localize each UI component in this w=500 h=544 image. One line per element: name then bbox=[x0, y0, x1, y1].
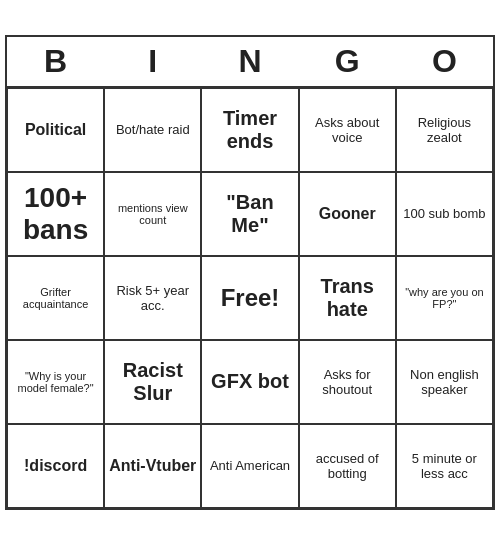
letter-b: B bbox=[7, 43, 104, 80]
bingo-cell-8: Gooner bbox=[299, 172, 396, 256]
bingo-cell-6: mentions view count bbox=[104, 172, 201, 256]
bingo-cell-0: Political bbox=[7, 88, 104, 172]
bingo-cell-5: 100+ bans bbox=[7, 172, 104, 256]
letter-g: G bbox=[299, 43, 396, 80]
letter-i: I bbox=[104, 43, 201, 80]
bingo-cell-24: 5 minute or less acc bbox=[396, 424, 493, 508]
letter-n: N bbox=[201, 43, 298, 80]
bingo-cell-13: Trans hate bbox=[299, 256, 396, 340]
bingo-cell-2: Timer ends bbox=[201, 88, 298, 172]
letter-o: O bbox=[396, 43, 493, 80]
bingo-cell-22: Anti American bbox=[201, 424, 298, 508]
bingo-cell-3: Asks about voice bbox=[299, 88, 396, 172]
bingo-cell-11: Risk 5+ year acc. bbox=[104, 256, 201, 340]
bingo-cell-9: 100 sub bomb bbox=[396, 172, 493, 256]
bingo-grid: PoliticalBot/hate raidTimer endsAsks abo… bbox=[7, 88, 493, 508]
bingo-cell-23: accused of botting bbox=[299, 424, 396, 508]
bingo-cell-10: Grifter acquaintance bbox=[7, 256, 104, 340]
bingo-header: B I N G O bbox=[7, 37, 493, 88]
bingo-cell-14: "why are you on FP?" bbox=[396, 256, 493, 340]
bingo-cell-17: GFX bot bbox=[201, 340, 298, 424]
bingo-cell-19: Non english speaker bbox=[396, 340, 493, 424]
bingo-cell-7: "Ban Me" bbox=[201, 172, 298, 256]
bingo-cell-15: "Why is your model female?" bbox=[7, 340, 104, 424]
bingo-cell-18: Asks for shoutout bbox=[299, 340, 396, 424]
bingo-cell-16: Racist Slur bbox=[104, 340, 201, 424]
bingo-cell-4: Religious zealot bbox=[396, 88, 493, 172]
bingo-cell-20: !discord bbox=[7, 424, 104, 508]
bingo-cell-12: Free! bbox=[201, 256, 298, 340]
bingo-card: B I N G O PoliticalBot/hate raidTimer en… bbox=[5, 35, 495, 510]
bingo-cell-1: Bot/hate raid bbox=[104, 88, 201, 172]
bingo-cell-21: Anti-Vtuber bbox=[104, 424, 201, 508]
